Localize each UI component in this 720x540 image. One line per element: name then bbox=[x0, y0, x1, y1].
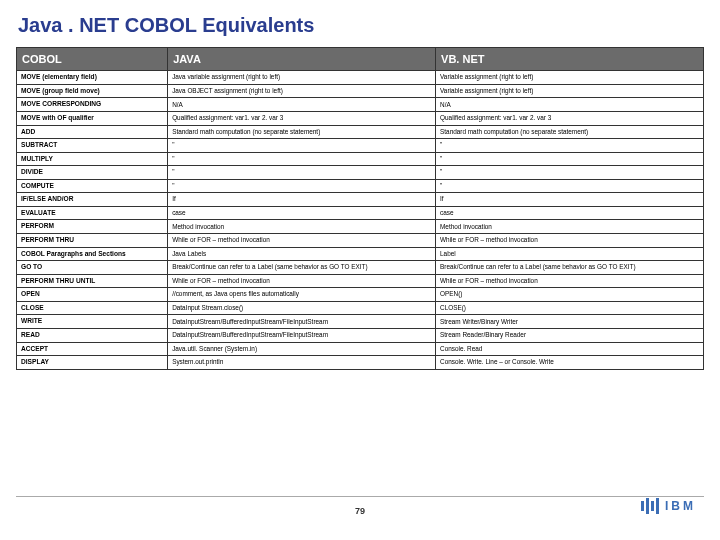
cell-cobol: IF/ELSE AND/OR bbox=[17, 193, 168, 207]
cell-vbnet: " bbox=[436, 152, 704, 166]
cell-cobol: COMPUTE bbox=[17, 179, 168, 193]
cell-java: Standard math computation (no separate s… bbox=[168, 125, 436, 139]
table-row: PERFORMMethod invocationMethod invocatio… bbox=[17, 220, 704, 234]
table-row: PERFORM THRU UNTILWhile or FOR – method … bbox=[17, 274, 704, 288]
cell-vbnet: If bbox=[436, 193, 704, 207]
logo-text: IBM bbox=[665, 499, 696, 513]
cell-cobol: DIVIDE bbox=[17, 166, 168, 180]
cell-cobol: EVALUATE bbox=[17, 206, 168, 220]
cell-java: If bbox=[168, 193, 436, 207]
cell-java: DataInput Stream.close() bbox=[168, 301, 436, 315]
cell-java: Break/Continue can refer to a Label (sam… bbox=[168, 261, 436, 275]
table-row: MOVE with OF qualifierQualified assignme… bbox=[17, 111, 704, 125]
cell-cobol: ACCEPT bbox=[17, 342, 168, 356]
cell-cobol: ADD bbox=[17, 125, 168, 139]
cell-vbnet: " bbox=[436, 179, 704, 193]
cell-vbnet: Stream Reader/Binary Reader bbox=[436, 328, 704, 342]
table-row: READDataInputStream/BufferedInputStream/… bbox=[17, 328, 704, 342]
cell-cobol: MULTIPLY bbox=[17, 152, 168, 166]
table-row: IF/ELSE AND/ORIfIf bbox=[17, 193, 704, 207]
cell-java: Java.util. Scanner (System.in) bbox=[168, 342, 436, 356]
table-header-row: COBOL JAVA VB. NET bbox=[17, 48, 704, 71]
table-row: MULTIPLY"" bbox=[17, 152, 704, 166]
cell-vbnet: Variable assignment (right to left) bbox=[436, 71, 704, 85]
logo-bar-icon bbox=[646, 498, 649, 514]
cell-java: System.out.println bbox=[168, 356, 436, 370]
cell-cobol: DISPLAY bbox=[17, 356, 168, 370]
table-row: ACCEPTJava.util. Scanner (System.in)Cons… bbox=[17, 342, 704, 356]
cell-cobol: MOVE (elementary field) bbox=[17, 71, 168, 85]
cell-vbnet: Label bbox=[436, 247, 704, 261]
logo-bar-icon bbox=[641, 501, 644, 511]
table-row: PERFORM THRUWhile or FOR – method invoca… bbox=[17, 234, 704, 248]
table-row: DIVIDE"" bbox=[17, 166, 704, 180]
cell-cobol: MOVE (group field move) bbox=[17, 84, 168, 98]
cell-vbnet: CLOSE() bbox=[436, 301, 704, 315]
table-row: WRITEDataInputStream/BufferedInputStream… bbox=[17, 315, 704, 329]
cell-java: Java Labels bbox=[168, 247, 436, 261]
cell-cobol: PERFORM bbox=[17, 220, 168, 234]
cell-vbnet: Stream Writer/Binary Writer bbox=[436, 315, 704, 329]
cell-cobol: COBOL Paragraphs and Sections bbox=[17, 247, 168, 261]
cell-java: N/A bbox=[168, 98, 436, 112]
cell-vbnet: " bbox=[436, 139, 704, 153]
cell-vbnet: N/A bbox=[436, 98, 704, 112]
cell-java: Method invocation bbox=[168, 220, 436, 234]
cell-vbnet: " bbox=[436, 166, 704, 180]
slide: Java . NET COBOL Equivalents COBOL JAVA … bbox=[0, 0, 720, 540]
cell-vbnet: Break/Continue can refer to a Label (sam… bbox=[436, 261, 704, 275]
equivalents-table: COBOL JAVA VB. NET MOVE (elementary fiel… bbox=[16, 47, 704, 370]
logo-bar-icon bbox=[651, 501, 654, 511]
col-header-java: JAVA bbox=[168, 48, 436, 71]
table-row: MOVE (group field move)Java OBJECT assig… bbox=[17, 84, 704, 98]
cell-vbnet: While or FOR – method invocation bbox=[436, 234, 704, 248]
cell-java: //comment, as Java opens files automatic… bbox=[168, 288, 436, 302]
col-header-vbnet: VB. NET bbox=[436, 48, 704, 71]
table-row: COBOL Paragraphs and SectionsJava Labels… bbox=[17, 247, 704, 261]
cell-java: " bbox=[168, 152, 436, 166]
cell-java: DataInputStream/BufferedInputStream/File… bbox=[168, 315, 436, 329]
cell-java: Qualified assignment: var1. var 2. var 3 bbox=[168, 111, 436, 125]
logo-bar-icon bbox=[656, 498, 659, 514]
cell-vbnet: case bbox=[436, 206, 704, 220]
cell-cobol: READ bbox=[17, 328, 168, 342]
cell-vbnet: OPEN() bbox=[436, 288, 704, 302]
cell-java: While or FOR – method invocation bbox=[168, 274, 436, 288]
cell-java: case bbox=[168, 206, 436, 220]
footer-rule bbox=[16, 496, 704, 497]
cell-java: Java variable assignment (right to left) bbox=[168, 71, 436, 85]
cell-cobol: WRITE bbox=[17, 315, 168, 329]
cell-java: While or FOR – method invocation bbox=[168, 234, 436, 248]
cell-vbnet: Method invocation bbox=[436, 220, 704, 234]
slide-footer: 79 IBM bbox=[0, 496, 720, 532]
cell-cobol: GO TO bbox=[17, 261, 168, 275]
table-row: MOVE CORRESPONDINGN/AN/A bbox=[17, 98, 704, 112]
cell-cobol: PERFORM THRU UNTIL bbox=[17, 274, 168, 288]
cell-cobol: SUBTRACT bbox=[17, 139, 168, 153]
cell-vbnet: Standard math computation (no separate s… bbox=[436, 125, 704, 139]
cell-vbnet: Qualified assignment: var1. var 2. var 3 bbox=[436, 111, 704, 125]
cell-cobol: MOVE with OF qualifier bbox=[17, 111, 168, 125]
cell-cobol: PERFORM THRU bbox=[17, 234, 168, 248]
table-row: COMPUTE"" bbox=[17, 179, 704, 193]
table-row: DISPLAYSystem.out.printlnConsole. Write.… bbox=[17, 356, 704, 370]
table-row: OPEN//comment, as Java opens files autom… bbox=[17, 288, 704, 302]
cell-java: Java OBJECT assignment (right to left) bbox=[168, 84, 436, 98]
cell-vbnet: Variable assignment (right to left) bbox=[436, 84, 704, 98]
cell-vbnet: Console. Read bbox=[436, 342, 704, 356]
page-number: 79 bbox=[0, 506, 720, 516]
cell-java: " bbox=[168, 166, 436, 180]
col-header-cobol: COBOL bbox=[17, 48, 168, 71]
table-row: CLOSEDataInput Stream.close()CLOSE() bbox=[17, 301, 704, 315]
cell-java: DataInputStream/BufferedInputStream/File… bbox=[168, 328, 436, 342]
slide-title: Java . NET COBOL Equivalents bbox=[18, 14, 704, 37]
cell-cobol: CLOSE bbox=[17, 301, 168, 315]
table-row: EVALUATEcasecase bbox=[17, 206, 704, 220]
cell-java: " bbox=[168, 179, 436, 193]
cell-cobol: OPEN bbox=[17, 288, 168, 302]
table-row: GO TOBreak/Continue can refer to a Label… bbox=[17, 261, 704, 275]
cell-cobol: MOVE CORRESPONDING bbox=[17, 98, 168, 112]
table-row: ADDStandard math computation (no separat… bbox=[17, 125, 704, 139]
ibm-logo: IBM bbox=[641, 498, 696, 514]
table-row: MOVE (elementary field)Java variable ass… bbox=[17, 71, 704, 85]
